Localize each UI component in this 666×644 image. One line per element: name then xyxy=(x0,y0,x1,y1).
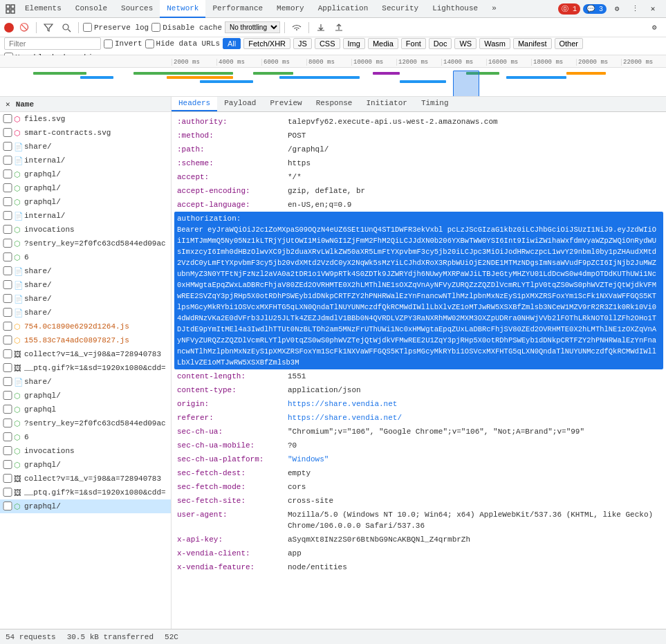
console-badge[interactable]: 💬 3 xyxy=(583,4,607,14)
tab-response[interactable]: Response xyxy=(309,97,360,111)
row-checkbox[interactable] xyxy=(3,446,12,455)
tab-timing[interactable]: Timing xyxy=(414,97,456,111)
settings-button[interactable]: ⚙ xyxy=(609,1,625,17)
filter-all-button[interactable]: All xyxy=(223,38,241,49)
record-button[interactable] xyxy=(4,23,14,33)
row-checkbox[interactable] xyxy=(3,142,12,151)
list-item[interactable]: ⬡ files.svg xyxy=(0,112,171,126)
filter-manifest-button[interactable]: Manifest xyxy=(513,38,552,49)
network-settings-button[interactable]: ⚙ xyxy=(647,20,662,35)
tab-console[interactable]: Console xyxy=(68,0,114,18)
list-item[interactable]: ⬡ graphql/ xyxy=(0,389,171,403)
filter-button[interactable] xyxy=(41,20,56,35)
list-item[interactable]: 🖼 __ptq.gif?k=1&sd=1920x1080&cdd= xyxy=(0,486,171,499)
name-column-header[interactable]: Name xyxy=(13,100,131,109)
row-checkbox[interactable] xyxy=(3,335,12,344)
row-checkbox[interactable] xyxy=(3,280,12,289)
tab-network[interactable]: Network xyxy=(160,0,205,18)
close-button[interactable]: ✕ xyxy=(645,1,660,17)
list-item[interactable]: ⬡ graphql/ xyxy=(0,458,171,472)
row-checkbox[interactable] xyxy=(3,418,12,427)
filter-input[interactable] xyxy=(4,37,101,50)
list-item[interactable]: ⬡ invocations xyxy=(0,444,171,458)
row-checkbox[interactable] xyxy=(3,322,12,331)
list-item[interactable]: 📄 internal/ xyxy=(0,154,171,167)
row-checkbox[interactable] xyxy=(3,502,12,510)
row-checkbox[interactable] xyxy=(3,128,12,137)
export-har-button[interactable] xyxy=(331,20,346,35)
row-checkbox[interactable] xyxy=(3,239,12,248)
filter-js-button[interactable]: JS xyxy=(293,38,312,49)
devtools-icon[interactable] xyxy=(3,4,18,14)
error-badge[interactable]: ⓪ 1 xyxy=(558,3,580,15)
list-item[interactable]: ⬡ 6 xyxy=(0,250,171,264)
throttle-select[interactable]: No throttling xyxy=(225,21,280,33)
tab-performance[interactable]: Performance xyxy=(205,0,270,18)
row-checkbox[interactable] xyxy=(3,156,12,165)
list-item[interactable]: 📄 share/ xyxy=(0,278,171,292)
row-checkbox[interactable] xyxy=(3,432,12,441)
close-detail-button[interactable]: ✕ xyxy=(3,100,13,109)
tab-application[interactable]: Application xyxy=(311,0,376,18)
row-checkbox[interactable] xyxy=(3,266,12,275)
row-checkbox[interactable] xyxy=(3,363,12,372)
list-item[interactable]: ⬡ 6 xyxy=(0,430,171,444)
filter-ws-button[interactable]: WS xyxy=(454,38,477,49)
list-item[interactable]: ⬡ graphql xyxy=(0,403,171,416)
row-checkbox[interactable] xyxy=(3,391,12,400)
list-item[interactable]: 🖼 collect?v=1&_v=j98&a=728940783 xyxy=(0,472,171,486)
tab-headers[interactable]: Headers xyxy=(172,97,217,111)
row-checkbox[interactable] xyxy=(3,225,12,234)
header-authorization[interactable]: authorization: Bearer eyJraWQiOiJ2c1ZoMX… xyxy=(174,212,663,369)
list-item[interactable]: 📄 internal/ xyxy=(0,209,171,223)
tab-lighthouse[interactable]: Lighthouse xyxy=(425,0,485,18)
row-checkbox[interactable] xyxy=(3,488,12,497)
list-item[interactable]: 📄 share/ xyxy=(0,140,171,154)
tab-security[interactable]: Security xyxy=(375,0,425,18)
hide-data-urls-checkbox[interactable]: Hide data URLs xyxy=(145,39,220,48)
tab-preview[interactable]: Preview xyxy=(263,97,308,111)
filter-wasm-button[interactable]: Wasm xyxy=(479,38,510,49)
list-item-selected[interactable]: ⬡ graphql/ xyxy=(0,499,171,513)
list-item[interactable]: ⬡ 155.83c7a4adc0897827.js xyxy=(0,333,171,347)
row-checkbox[interactable] xyxy=(3,377,12,386)
row-checkbox[interactable] xyxy=(3,294,12,303)
clear-button[interactable]: 🚫 xyxy=(17,20,32,35)
row-checkbox[interactable] xyxy=(3,349,12,358)
row-checkbox[interactable] xyxy=(3,169,12,178)
list-item[interactable]: 📄 share/ xyxy=(0,292,171,306)
row-checkbox[interactable] xyxy=(3,183,12,192)
filter-font-button[interactable]: Font xyxy=(401,38,426,49)
tab-sources[interactable]: Sources xyxy=(114,0,160,18)
row-checkbox[interactable] xyxy=(3,114,12,123)
list-item[interactable]: ⬡ ?sentry_key=2f0fc63cd5844ed09ac xyxy=(0,416,171,430)
list-item[interactable]: 🖼 collect?v=1&_v=j98&a=728940783 xyxy=(0,347,171,361)
filter-css-button[interactable]: CSS xyxy=(315,38,340,49)
disable-cache-checkbox[interactable]: Disable cache xyxy=(151,23,222,32)
preserve-log-checkbox[interactable]: Preserve log xyxy=(83,23,149,32)
tab-payload[interactable]: Payload xyxy=(217,97,263,111)
invert-checkbox[interactable]: Invert xyxy=(104,39,142,48)
more-button[interactable]: ⋮ xyxy=(627,1,642,17)
filter-doc-button[interactable]: Doc xyxy=(429,38,452,49)
wifi-icon[interactable] xyxy=(289,20,304,35)
list-item[interactable]: ⬡ 754.0c1890e6292d1264.js xyxy=(0,320,171,333)
row-checkbox[interactable] xyxy=(3,405,12,414)
row-checkbox[interactable] xyxy=(3,308,12,317)
filter-img-button[interactable]: Img xyxy=(343,38,365,49)
filter-other-button[interactable]: Other xyxy=(555,38,584,49)
list-item[interactable]: 📄 share/ xyxy=(0,306,171,320)
list-item[interactable]: ⬡ smart-contracts.svg xyxy=(0,126,171,140)
search-button[interactable] xyxy=(59,20,74,35)
list-item[interactable]: 📄 share/ xyxy=(0,264,171,278)
tab-memory[interactable]: Memory xyxy=(270,0,311,18)
filter-media-button[interactable]: Media xyxy=(368,38,398,49)
list-item[interactable]: ⬡ graphql/ xyxy=(0,167,171,181)
row-checkbox[interactable] xyxy=(3,252,12,261)
import-har-button[interactable] xyxy=(313,20,329,35)
list-item[interactable]: ⬡ graphql/ xyxy=(0,195,171,209)
tab-initiator[interactable]: Initiator xyxy=(359,97,414,111)
list-item[interactable]: ⬡ graphql/ xyxy=(0,181,171,195)
filter-fetch-xhr-button[interactable]: Fetch/XHR xyxy=(243,38,290,49)
row-checkbox[interactable] xyxy=(3,197,12,206)
